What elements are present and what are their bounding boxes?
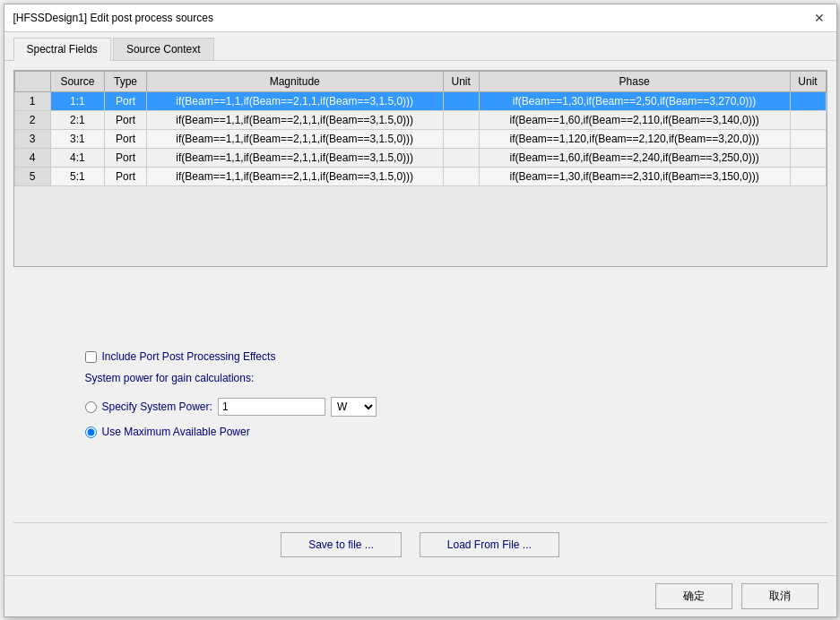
col-header-magnitude: Magnitude (146, 71, 443, 91)
cell-phase: if(Beam==1,30,if(Beam==2,50,if(Beam==3,2… (479, 91, 790, 110)
options-area: Include Port Post Processing Effects Sys… (13, 332, 827, 456)
table-row[interactable]: 4 4:1 Port if(Beam==1,1,if(Beam==2,1,1,i… (14, 148, 826, 167)
power-unit-select[interactable]: W dBm mW (331, 397, 377, 417)
system-power-label: System power for gain calculations: (85, 372, 756, 384)
save-to-file-button[interactable]: Save to file ... (281, 532, 402, 557)
cell-type: Port (105, 148, 146, 167)
cell-phase: if(Beam==1,60,if(Beam==2,240,if(Beam==3,… (479, 148, 790, 167)
col-header-source: Source (50, 71, 105, 91)
use-max-power-radio[interactable] (85, 426, 97, 438)
cell-unit-phase (790, 129, 826, 148)
include-port-row: Include Port Post Processing Effects (85, 350, 756, 363)
cell-unit-phase (790, 167, 826, 185)
use-max-power-label: Use Maximum Available Power (102, 426, 250, 438)
tab-source-context[interactable]: Source Context (113, 38, 214, 60)
col-header-rownum (14, 71, 50, 91)
cancel-button[interactable]: 取消 (741, 583, 818, 609)
cell-unit-phase (790, 148, 826, 167)
specify-power-row: Specify System Power: W dBm mW (85, 397, 756, 417)
cell-unit-phase (790, 91, 826, 110)
main-content: Source Type Magnitude Unit Phase Unit 1 … (4, 61, 836, 575)
cell-rownum: 3 (14, 129, 50, 148)
cell-source: 3:1 (50, 129, 105, 148)
cell-rownum: 4 (14, 148, 50, 167)
tab-bar: Spectral Fields Source Context (4, 32, 836, 61)
cell-source: 2:1 (50, 110, 105, 129)
tab-spectral-fields[interactable]: Spectral Fields (13, 38, 111, 61)
col-header-phase: Phase (479, 71, 790, 91)
close-button[interactable]: ✕ (811, 10, 827, 26)
cell-type: Port (105, 91, 146, 110)
table-row[interactable]: 2 2:1 Port if(Beam==1,1,if(Beam==2,1,1,i… (14, 110, 826, 129)
cell-unit-mag (443, 167, 479, 185)
col-header-type: Type (105, 71, 146, 91)
table-header-row: Source Type Magnitude Unit Phase Unit (14, 71, 826, 91)
cell-magnitude: if(Beam==1,1,if(Beam==2,1,1,if(Beam==3,1… (146, 167, 443, 185)
table-row[interactable]: 5 5:1 Port if(Beam==1,1,if(Beam==2,1,1,i… (14, 167, 826, 185)
source-table-container[interactable]: Source Type Magnitude Unit Phase Unit 1 … (13, 70, 827, 267)
use-max-power-row: Use Maximum Available Power (85, 426, 756, 438)
cell-source: 1:1 (50, 91, 105, 110)
cell-source: 4:1 (50, 148, 105, 167)
cell-type: Port (105, 167, 146, 185)
cell-type: Port (105, 129, 146, 148)
source-table: Source Type Magnitude Unit Phase Unit 1 … (14, 71, 827, 186)
load-from-file-button[interactable]: Load From File ... (420, 532, 559, 557)
cell-phase: if(Beam==1,30,if(Beam==2,310,if(Beam==3,… (479, 167, 790, 185)
dialog: [HFSSDesign1] Edit post process sources … (4, 4, 837, 617)
col-header-unit-mag: Unit (443, 71, 479, 91)
cell-unit-phase (790, 110, 826, 129)
footer-buttons: 确定 取消 (4, 575, 836, 616)
file-buttons: Save to file ... Load From File ... (13, 522, 827, 566)
specify-power-radio[interactable] (85, 401, 97, 413)
cell-magnitude: if(Beam==1,1,if(Beam==2,1,1,if(Beam==3,1… (146, 110, 443, 129)
cell-unit-mag (443, 148, 479, 167)
col-header-unit-phase: Unit (790, 71, 826, 91)
cell-unit-mag (443, 110, 479, 129)
include-port-label: Include Port Post Processing Effects (102, 350, 276, 363)
table-row[interactable]: 1 1:1 Port if(Beam==1,1,if(Beam==2,1,1,i… (14, 91, 826, 110)
dialog-title: [HFSSDesign1] Edit post process sources (13, 12, 213, 24)
cell-phase: if(Beam==1,120,if(Beam==2,120,if(Beam==3… (479, 129, 790, 148)
include-port-checkbox[interactable] (85, 351, 97, 363)
cell-magnitude: if(Beam==1,1,if(Beam==2,1,1,if(Beam==3,1… (146, 91, 443, 110)
table-row[interactable]: 3 3:1 Port if(Beam==1,1,if(Beam==2,1,1,i… (14, 129, 826, 148)
cell-magnitude: if(Beam==1,1,if(Beam==2,1,1,if(Beam==3,1… (146, 148, 443, 167)
cell-rownum: 5 (14, 167, 50, 185)
power-value-input[interactable] (218, 398, 325, 416)
cell-phase: if(Beam==1,60,if(Beam==2,110,if(Beam==3,… (479, 110, 790, 129)
cell-rownum: 2 (14, 110, 50, 129)
cell-type: Port (105, 110, 146, 129)
cell-rownum: 1 (14, 91, 50, 110)
cell-unit-mag (443, 129, 479, 148)
specify-power-label: Specify System Power: (102, 400, 212, 413)
cell-source: 5:1 (50, 167, 105, 185)
confirm-button[interactable]: 确定 (655, 583, 732, 609)
cell-unit-mag (443, 91, 479, 110)
title-bar: [HFSSDesign1] Edit post process sources … (4, 4, 836, 32)
cell-magnitude: if(Beam==1,1,if(Beam==2,1,1,if(Beam==3,1… (146, 129, 443, 148)
